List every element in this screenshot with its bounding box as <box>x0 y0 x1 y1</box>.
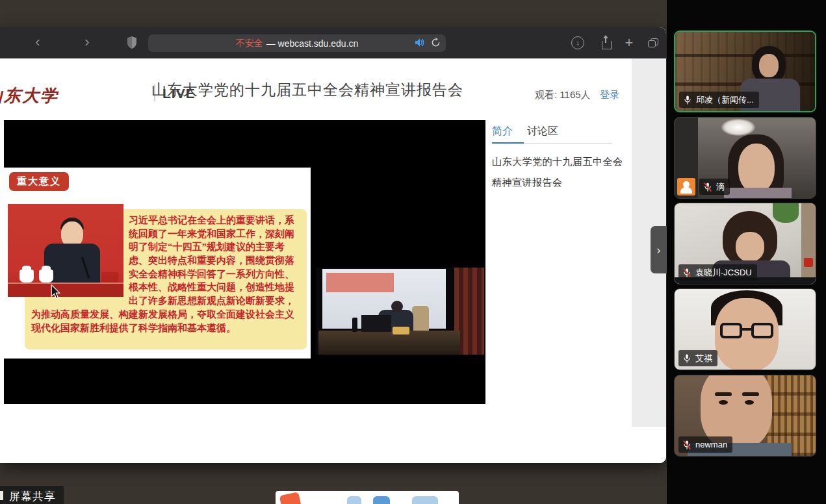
participant-video <box>675 118 816 198</box>
profile-person-badge-icon <box>677 178 695 195</box>
eye <box>719 400 728 405</box>
teacup-icon <box>39 270 53 283</box>
speaker-camera-feed <box>316 263 484 359</box>
mic-muted-icon <box>682 268 691 278</box>
participant-tile[interactable]: 袁晓川-JCSDU <box>674 203 816 284</box>
webcast-page: 山东大学 LIVE 山东大学党的十九届五中全会精神宣讲报告会 观看: 1165人… <box>0 58 666 463</box>
participant-body <box>724 188 792 199</box>
screen-share-status-badge: 屏幕共享 <box>0 486 64 504</box>
red-mug <box>804 258 813 267</box>
participant-name-badge: newman <box>678 436 732 453</box>
insecure-label: 不安全 <box>236 38 263 49</box>
mouse-cursor <box>51 284 62 303</box>
viewer-count: 观看: 1165人 <box>535 89 591 101</box>
address-bar[interactable]: 不安全 — webcast.sdu.edu.cn <box>148 34 446 52</box>
logo-letter-fragment <box>373 496 390 504</box>
page-title: 山东大学党的十九届五中全会精神宣讲报告会 <box>151 80 476 100</box>
tab-overview-button[interactable] <box>645 34 662 51</box>
slide-section-badge: 重大意义 <box>9 172 69 191</box>
new-tab-button[interactable]: + <box>621 34 638 51</box>
tab-intro[interactable]: 简介 <box>492 125 513 138</box>
shelf-line <box>675 54 815 57</box>
logo-mark-icon <box>279 492 302 504</box>
partial-watermark-logo <box>276 491 459 504</box>
url-text: — webcast.sdu.edu.cn <box>266 38 359 49</box>
webcast-description: 山东大学党的十九届五中全会精神宣讲报告会 <box>492 151 625 192</box>
photo-desk <box>8 283 123 297</box>
tab-discussion[interactable]: 讨论区 <box>527 125 558 138</box>
presentation-slide: 重大意义 习近平总书记在全会上的重要讲话，系统回顾了一年来党和国家工作，深刻阐明… <box>4 168 311 359</box>
login-link[interactable]: 登录 <box>600 89 619 101</box>
photo-flag <box>101 272 118 283</box>
participant-name: 邱凌（新闻传... <box>696 94 754 106</box>
downloads-button[interactable]: ↓ <box>569 34 586 51</box>
eyebrow <box>715 392 732 396</box>
screen-share-label: 屏幕共享 <box>9 489 56 504</box>
letterbox-bar <box>316 263 484 268</box>
letterbox-bar <box>316 355 484 359</box>
desk-nameplate <box>393 327 409 334</box>
participant-name: 滴 <box>716 181 725 193</box>
share-icon-partial <box>0 491 3 500</box>
glasses-icon <box>720 323 742 338</box>
ceiling-light <box>721 119 755 136</box>
tab-divider <box>492 144 612 144</box>
mic-muted-icon <box>682 440 691 450</box>
live-video-player[interactable]: 重大意义 习近平总书记在全会上的重要讲话，系统回顾了一年来党和国家工作，深刻阐明… <box>4 120 485 404</box>
participant-tile[interactable]: 艾祺 <box>674 288 816 370</box>
participant-face <box>759 54 779 77</box>
plant <box>773 203 799 223</box>
participant-name-badge: 艾祺 <box>678 350 717 366</box>
participants-panel: 邱凌（新闻传... 滴 <box>667 0 826 504</box>
forward-button[interactable]: › <box>79 35 95 51</box>
participant-tile[interactable]: 邱凌（新闻传... <box>674 31 816 112</box>
share-button[interactable] <box>598 36 615 53</box>
participant-panel-collapse-button[interactable]: › <box>651 226 667 273</box>
projected-slide-graphic <box>326 273 394 292</box>
participant-name: 袁晓川-JCSDU <box>695 267 752 279</box>
logo-letter-fragment <box>412 496 438 504</box>
participant-name: newman <box>695 440 727 449</box>
participant-face <box>736 232 764 262</box>
mic-on-icon <box>682 353 691 364</box>
shared-browser-window: ‹ › 不安全 — webcast.sdu.edu.cn <box>0 27 666 463</box>
teacup-icon <box>19 270 34 283</box>
leader-photo <box>8 204 123 297</box>
participant-face <box>738 144 775 193</box>
eyebrow <box>742 392 759 396</box>
glasses-icon <box>751 323 773 338</box>
logo-letter-fragment <box>347 496 361 504</box>
participant-name-badge: 袁晓川-JCSDU <box>678 264 757 281</box>
browser-toolbar: ‹ › 不安全 — webcast.sdu.edu.cn <box>0 27 666 58</box>
speaker-desk <box>318 331 460 355</box>
speaker-head <box>391 301 403 312</box>
speaker-laptop <box>361 315 391 332</box>
participant-tile[interactable]: 滴 <box>674 117 816 199</box>
glasses-bridge <box>742 328 752 331</box>
mic-on-icon <box>683 95 692 105</box>
wall-shelf <box>801 203 816 284</box>
speaker-chair <box>412 306 429 333</box>
tab-audio-speaker-icon[interactable] <box>415 38 426 49</box>
eye <box>745 400 754 405</box>
privacy-shield-icon[interactable] <box>126 36 138 52</box>
participant-name: 艾祺 <box>695 353 712 364</box>
back-button[interactable]: ‹ <box>30 35 45 51</box>
participant-tile[interactable]: newman <box>674 375 816 457</box>
reload-icon[interactable] <box>431 38 441 49</box>
sidebar-tabs: 简介 讨论区 <box>492 125 558 138</box>
desk-bottle <box>352 318 357 332</box>
participant-name-badge: 邱凌（新闻传... <box>679 92 759 108</box>
meeting-app-window: ‹ › 不安全 — webcast.sdu.edu.cn <box>0 0 826 504</box>
mic-muted-icon <box>703 182 712 192</box>
participant-name-badge: 滴 <box>699 179 730 195</box>
university-logo: 山东大学 <box>0 84 58 107</box>
